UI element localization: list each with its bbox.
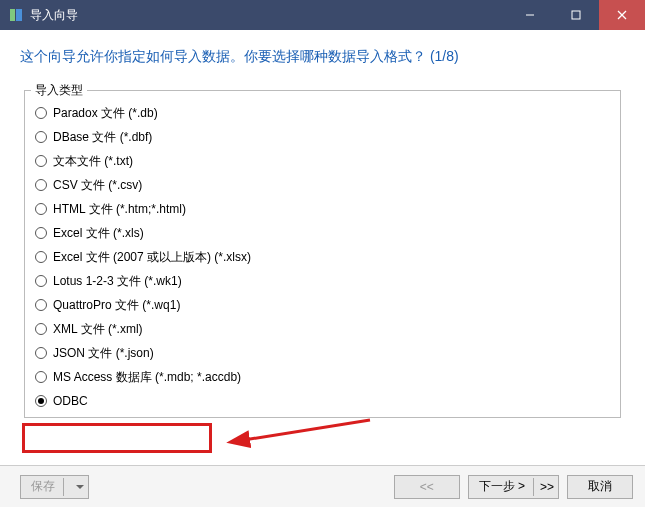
next-button-label: 下一步 > xyxy=(479,478,525,495)
radio-icon xyxy=(35,299,47,311)
svg-line-6 xyxy=(244,420,370,440)
radio-icon xyxy=(35,227,47,239)
radio-icon xyxy=(35,179,47,191)
import-type-option[interactable]: Excel 文件 (*.xls) xyxy=(35,221,610,245)
import-type-option-label: Excel 文件 (2007 或以上版本) (*.xlsx) xyxy=(53,249,251,266)
titlebar: 导入向导 xyxy=(0,0,645,30)
import-type-fieldset: Paradox 文件 (*.db)DBase 文件 (*.dbf)文本文件 (*… xyxy=(24,90,621,418)
import-type-option[interactable]: HTML 文件 (*.htm;*.html) xyxy=(35,197,610,221)
import-type-option-label: ODBC xyxy=(53,394,88,408)
window-title: 导入向导 xyxy=(30,7,507,24)
save-button[interactable]: 保存 xyxy=(20,475,89,499)
import-type-option-label: QuattroPro 文件 (*.wq1) xyxy=(53,297,180,314)
import-type-option[interactable]: CSV 文件 (*.csv) xyxy=(35,173,610,197)
annotation-highlight xyxy=(22,423,212,453)
wizard-body: 这个向导允许你指定如何导入数据。你要选择哪种数据导入格式？ (1/8) Para… xyxy=(0,30,645,418)
radio-icon xyxy=(35,131,47,143)
import-type-option[interactable]: DBase 文件 (*.dbf) xyxy=(35,125,610,149)
import-type-option[interactable]: Excel 文件 (2007 或以上版本) (*.xlsx) xyxy=(35,245,610,269)
svg-rect-0 xyxy=(10,9,15,21)
close-icon xyxy=(617,10,627,20)
radio-icon xyxy=(35,107,47,119)
wizard-heading: 这个向导允许你指定如何导入数据。你要选择哪种数据导入格式？ (1/8) xyxy=(20,48,625,66)
minimize-icon xyxy=(525,10,535,20)
save-button-label: 保存 xyxy=(31,478,55,495)
import-type-option[interactable]: QuattroPro 文件 (*.wq1) xyxy=(35,293,610,317)
import-type-option[interactable]: ODBC xyxy=(35,389,610,413)
import-type-option[interactable]: Lotus 1-2-3 文件 (*.wk1) xyxy=(35,269,610,293)
import-type-option-label: 文本文件 (*.txt) xyxy=(53,153,133,170)
wizard-footer: 保存 << 下一步 > >> 取消 xyxy=(0,465,645,507)
radio-icon xyxy=(35,251,47,263)
import-type-option[interactable]: XML 文件 (*.xml) xyxy=(35,317,610,341)
import-type-option-label: HTML 文件 (*.htm;*.html) xyxy=(53,201,186,218)
radio-icon xyxy=(35,275,47,287)
import-type-option[interactable]: 文本文件 (*.txt) xyxy=(35,149,610,173)
import-type-option-label: CSV 文件 (*.csv) xyxy=(53,177,142,194)
back-button[interactable]: << xyxy=(394,475,460,499)
import-type-option[interactable]: Paradox 文件 (*.db) xyxy=(35,101,610,125)
back-button-label: << xyxy=(420,480,434,494)
chevron-down-icon xyxy=(76,485,84,489)
import-type-option-label: MS Access 数据库 (*.mdb; *.accdb) xyxy=(53,369,241,386)
radio-icon xyxy=(35,323,47,335)
import-type-option-label: DBase 文件 (*.dbf) xyxy=(53,129,152,146)
radio-icon xyxy=(35,371,47,383)
radio-icon xyxy=(35,347,47,359)
radio-icon xyxy=(35,155,47,167)
radio-icon xyxy=(35,203,47,215)
import-type-option[interactable]: JSON 文件 (*.json) xyxy=(35,341,610,365)
import-type-option-label: Excel 文件 (*.xls) xyxy=(53,225,144,242)
import-wizard-window: 导入向导 这个向导允许你指定如何导入数据。你要选择哪种数据导入格式？ (1/8)… xyxy=(0,0,645,507)
radio-icon xyxy=(35,395,47,407)
maximize-icon xyxy=(571,10,581,20)
next-button-chevrons: >> xyxy=(540,480,554,494)
import-type-option-label: XML 文件 (*.xml) xyxy=(53,321,143,338)
import-type-option[interactable]: MS Access 数据库 (*.mdb; *.accdb) xyxy=(35,365,610,389)
app-icon xyxy=(8,7,24,23)
import-type-option-label: JSON 文件 (*.json) xyxy=(53,345,154,362)
import-type-option-label: Lotus 1-2-3 文件 (*.wk1) xyxy=(53,273,182,290)
cancel-button-label: 取消 xyxy=(588,478,612,495)
svg-rect-3 xyxy=(572,11,580,19)
import-type-option-label: Paradox 文件 (*.db) xyxy=(53,105,158,122)
minimize-button[interactable] xyxy=(507,0,553,30)
next-button[interactable]: 下一步 > >> xyxy=(468,475,559,499)
svg-rect-1 xyxy=(16,9,22,21)
close-button[interactable] xyxy=(599,0,645,30)
maximize-button[interactable] xyxy=(553,0,599,30)
cancel-button[interactable]: 取消 xyxy=(567,475,633,499)
